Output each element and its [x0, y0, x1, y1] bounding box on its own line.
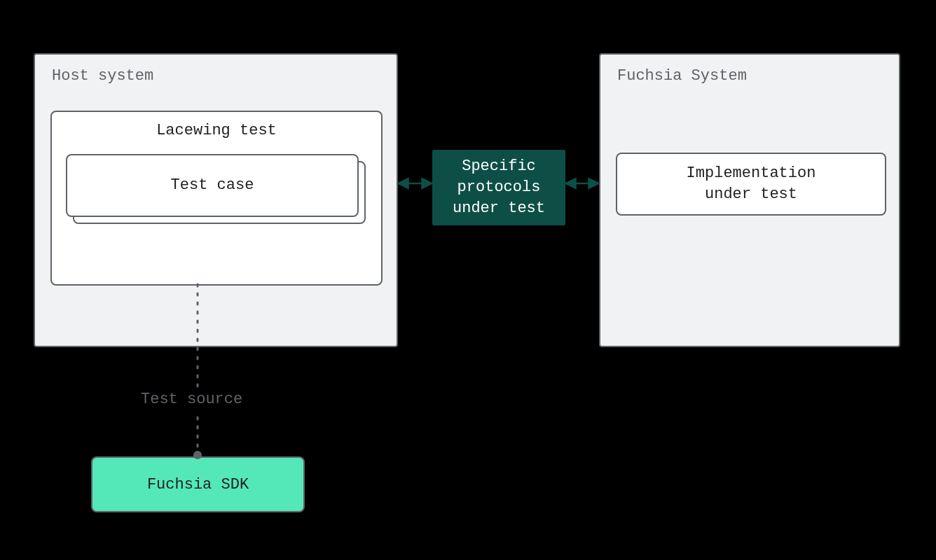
protocols-line3: under test	[453, 198, 545, 219]
test-case-card: Test case	[66, 154, 359, 217]
host-system-panel: Host system Lacewing test Test case	[34, 53, 398, 347]
test-case-label: Test case	[171, 175, 254, 196]
implementation-line1: Implementation	[687, 163, 816, 184]
fuchsia-sdk-box: Fuchsia SDK	[91, 456, 305, 512]
test-source-label: Test source	[137, 391, 247, 408]
lacewing-test-title: Lacewing test	[52, 122, 381, 139]
protocols-line2: protocols	[457, 177, 541, 198]
diagram-canvas: Host system Lacewing test Test case Fuch…	[0, 0, 936, 560]
fuchsia-sdk-label: Fuchsia SDK	[147, 476, 249, 493]
implementation-line2: under test	[705, 184, 797, 205]
fuchsia-system-panel: Fuchsia System Implementation under test	[599, 53, 900, 347]
implementation-card: Implementation under test	[616, 153, 886, 216]
lacewing-test-panel: Lacewing test Test case	[50, 111, 383, 286]
host-system-title: Host system	[52, 67, 153, 85]
fuchsia-system-title: Fuchsia System	[617, 67, 747, 85]
protocols-line1: Specific	[462, 156, 536, 177]
protocols-box: Specific protocols under test	[432, 150, 565, 225]
